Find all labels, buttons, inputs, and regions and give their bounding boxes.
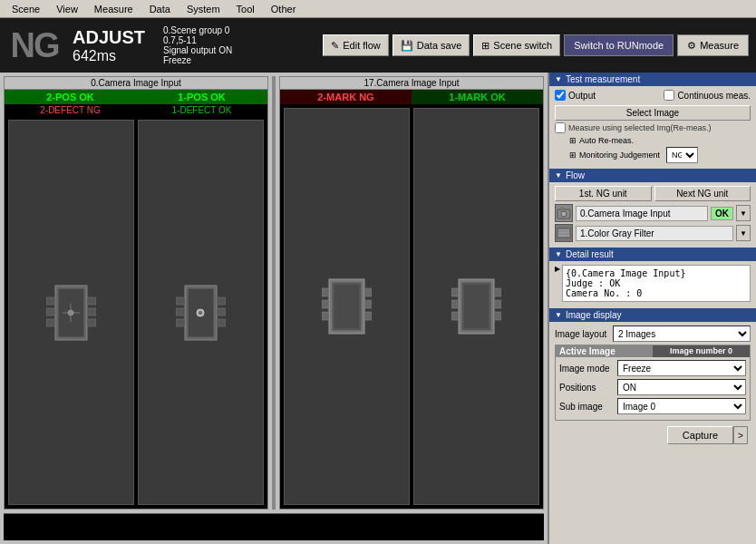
left-pos2-status: 1-POS OK: [136, 90, 267, 104]
svg-rect-42: [557, 228, 570, 238]
status-title: ADJUST: [73, 27, 145, 48]
next-ng-button[interactable]: Next NG unit: [654, 186, 751, 201]
svg-rect-38: [464, 285, 489, 328]
svg-rect-36: [494, 312, 501, 320]
image-layout-select[interactable]: 2 Images: [613, 325, 751, 342]
scene-group-label: 0.Scene group 0: [163, 25, 232, 35]
camera-flow-icon: [555, 204, 573, 222]
auto-review-icon: ⊞: [569, 136, 577, 145]
measure-using-label[interactable]: Measure using selected Img(Re-meas.): [555, 122, 712, 133]
right-camera-label: 17.Camera Image Input: [280, 77, 543, 90]
camera-views: 0.Camera Image Input 2-POS OK 1-POS OK 2…: [4, 76, 544, 510]
flow-item-1-status: OK: [711, 207, 733, 220]
measure-using-checkbox[interactable]: [555, 122, 566, 133]
continuous-checkbox-label[interactable]: Continuous meas.: [664, 90, 751, 101]
signal-output-label: Signal output ON: [163, 45, 232, 55]
detail-result-section: Detail result ▶ {0.Camera Image Input} J…: [549, 248, 756, 308]
menu-system[interactable]: System: [179, 1, 228, 17]
menu-data[interactable]: Data: [141, 1, 179, 17]
flow-item-1: 0.Camera Image Input OK ▼: [555, 204, 751, 222]
svg-rect-14: [176, 319, 185, 326]
left-defect2: 1-DEFECT OK: [136, 104, 267, 116]
svg-rect-22: [322, 288, 329, 296]
image-mode-row: Image mode Freeze: [559, 360, 746, 376]
first-ng-button[interactable]: 1st. NG unit: [555, 186, 652, 201]
left-camera-label: 0.Camera Image Input: [5, 77, 267, 90]
edit-flow-button[interactable]: ✎ Edit flow: [323, 34, 389, 56]
left-camera-content: 2-POS OK 1-POS OK 2-DEFECT NG 1-DEFECT O…: [5, 90, 267, 509]
flow-buttons-row: 1st. NG unit Next NG unit: [555, 186, 751, 201]
expand-right-button[interactable]: >: [733, 426, 748, 444]
image-mode-select[interactable]: Freeze: [617, 360, 746, 376]
scene-icon: ⊞: [481, 40, 489, 52]
detail-result-content: ▶ {0.Camera Image Input} Judge : OK Came…: [549, 261, 756, 308]
svg-rect-5: [87, 308, 96, 316]
bottom-bar: [4, 513, 544, 540]
flow-section: Flow 1st. NG unit Next NG unit 0.Cam: [549, 169, 756, 248]
flow-item-1-dropdown[interactable]: ▼: [736, 205, 751, 221]
menu-measure[interactable]: Measure: [86, 1, 141, 17]
image-layout-row: Image layout 2 Images: [555, 325, 751, 342]
menu-tool[interactable]: Tool: [228, 1, 263, 17]
menu-other[interactable]: Other: [263, 1, 305, 17]
svg-rect-1: [46, 297, 55, 305]
detail-result-box: {0.Camera Image Input} Judge : OK Camera…: [562, 265, 751, 302]
test-measurement-content: Output Continuous meas. Select Image Mea…: [549, 86, 756, 169]
monitoring-icon: ⊞: [569, 151, 577, 160]
svg-rect-31: [451, 288, 459, 296]
svg-rect-16: [217, 308, 226, 316]
detail-expand-icon[interactable]: ▶: [555, 265, 560, 273]
output-row: Output Continuous meas.: [555, 90, 751, 101]
menu-view[interactable]: View: [48, 1, 86, 17]
svg-point-40: [561, 211, 567, 217]
right-component-img-2: [413, 108, 539, 505]
svg-rect-2: [46, 308, 55, 316]
toolbar: NG ADJUST 642ms 0.Scene group 0 0.7,5-11…: [0, 18, 756, 73]
positions-select[interactable]: ON: [617, 379, 746, 395]
svg-rect-13: [176, 308, 185, 316]
right-component-img-1: [284, 108, 410, 505]
monitoring-row: ⊞ Monitoring Judgement NG: [569, 147, 751, 163]
scene-switch-button[interactable]: ⊞ Scene switch: [473, 34, 560, 56]
menu-bar: Scene View Measure Data System Tool Othe…: [0, 0, 756, 18]
right-panel: Test measurement Output Continuous meas.…: [548, 73, 756, 544]
status-time: 642ms: [73, 48, 145, 64]
filter-flow-icon: [555, 224, 573, 242]
flow-item-2-dropdown[interactable]: ▼: [736, 225, 751, 241]
svg-rect-3: [46, 319, 55, 326]
flow-item-2: 1.Color Gray Filter ▼: [555, 224, 751, 242]
left-images-row: [5, 116, 267, 509]
sub-image-row: Sub image Image 0: [559, 398, 746, 414]
right-images-row: [280, 104, 543, 509]
svg-rect-6: [87, 319, 96, 326]
signal-range-label: 0.7,5-11: [163, 35, 232, 45]
left-component-img-1: [8, 120, 134, 505]
svg-rect-24: [322, 312, 329, 320]
left-panel: 0.Camera Image Input 2-POS OK 1-POS OK 2…: [0, 73, 548, 544]
svg-rect-26: [364, 300, 372, 308]
menu-scene[interactable]: Scene: [4, 1, 48, 17]
output-checkbox[interactable]: [555, 90, 566, 101]
right-status-row: 2-MARK NG 1-MARK OK: [280, 90, 543, 104]
right-mark2-status: 1-MARK OK: [412, 90, 543, 104]
sub-image-select[interactable]: Image 0: [617, 398, 746, 414]
svg-rect-17: [217, 319, 226, 326]
monitoring-label: Monitoring Judgement: [579, 151, 660, 160]
svg-rect-15: [217, 297, 226, 305]
runmode-button[interactable]: Switch to RUNmode: [564, 34, 674, 56]
data-save-button[interactable]: 💾 Data save: [393, 34, 470, 56]
svg-rect-34: [494, 288, 501, 296]
output-checkbox-label[interactable]: Output: [555, 90, 596, 101]
monitoring-select[interactable]: NG: [666, 147, 698, 163]
measure-button[interactable]: ⚙ Measure: [677, 34, 749, 56]
continuous-checkbox[interactable]: [664, 90, 674, 101]
image-display-content: Image layout 2 Images Active Image Image…: [549, 322, 756, 451]
select-image-button[interactable]: Select Image: [555, 105, 751, 121]
ng-badge: NG: [7, 28, 62, 63]
right-camera-section: 17.Camera Image Input 2-MARK NG 1-MARK O…: [279, 76, 544, 510]
svg-rect-25: [364, 288, 372, 296]
capture-button[interactable]: Capture: [667, 426, 733, 444]
flow-header: Flow: [549, 169, 756, 182]
auto-review-label: Auto Re-meas.: [579, 136, 634, 145]
flow-item-1-label: 0.Camera Image Input: [576, 206, 708, 221]
